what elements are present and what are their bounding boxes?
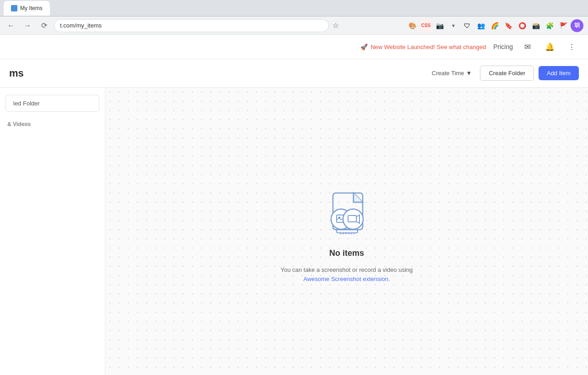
browser-tab[interactable]: My Items (4, 1, 50, 16)
add-item-button[interactable]: Add Item (539, 66, 579, 80)
profile-avatar[interactable]: 胡 (571, 19, 583, 32)
ext-colorful-icon[interactable]: 🎨 (406, 19, 419, 32)
announcement-link[interactable]: 🚀 New Website Launched! See what changed (360, 44, 486, 50)
sidebar-section-title: & Videos (0, 116, 105, 130)
tab-title: My Items (20, 5, 43, 11)
rocket-icon: 🚀 (360, 44, 368, 50)
ext-bookmark-icon[interactable]: 🔖 (502, 19, 515, 32)
ext-css-icon[interactable]: CSS (419, 19, 432, 32)
bookmark-star-icon[interactable]: ☆ (332, 21, 339, 30)
notifications-button[interactable]: 🔔 (542, 39, 557, 54)
messages-button[interactable]: ✉ (520, 39, 535, 54)
sidebar: led Folder & Videos (0, 88, 105, 375)
bell-icon: 🔔 (545, 42, 555, 52)
ext-rainbow-icon[interactable]: 🌈 (488, 19, 501, 32)
forward-button[interactable]: → (21, 19, 34, 32)
more-menu-button[interactable]: ⋮ (564, 39, 579, 54)
empty-state: No items You can take a screenshot or re… (281, 186, 413, 283)
sort-button[interactable]: Create Time ▼ (428, 68, 476, 78)
back-button[interactable]: ← (5, 19, 17, 32)
empty-desc-part1: You can take a screenshot or record a vi… (281, 266, 413, 273)
create-folder-button[interactable]: Create Folder (480, 66, 534, 81)
address-bar-row: ← → ⟳ t.com/my_items ☆ 🎨 CSS 📷 ▾ 🛡 👥 🌈 🔖… (0, 17, 588, 35)
ext-puzzle-icon[interactable]: 🧩 (543, 19, 556, 32)
main-layout: led Folder & Videos (0, 88, 588, 375)
more-icon: ⋮ (568, 42, 576, 52)
ext-flag-icon[interactable]: 🚩 (557, 19, 570, 32)
url-text: t.com/my_items (60, 22, 102, 29)
ext-circle-icon[interactable]: ⭕ (516, 19, 528, 32)
empty-state-title: No items (329, 248, 364, 258)
tab-favicon (11, 5, 17, 11)
sidebar-folder-item[interactable]: led Folder (5, 95, 99, 112)
ext-shield-icon[interactable]: 🛡 (461, 19, 474, 32)
empty-state-description: You can take a screenshot or record a vi… (281, 265, 413, 283)
ext-people-icon[interactable]: 👥 (474, 19, 487, 32)
svg-point-4 (343, 209, 363, 229)
announcement-bar: 🚀 New Website Launched! See what changed… (0, 35, 588, 59)
address-bar[interactable]: t.com/my_items (54, 19, 329, 32)
sort-label: Create Time (432, 70, 464, 77)
awesome-screenshot-link[interactable]: Awesome Screenshot extension. (303, 276, 390, 282)
header-actions: Create Time ▼ Create Folder Add Item (428, 66, 579, 81)
messages-icon: ✉ (524, 42, 531, 52)
extensions-area: 🎨 CSS 📷 ▾ 🛡 👥 🌈 🔖 ⭕ 📸 🧩 🚩 胡 (406, 19, 583, 32)
page-title: ms (9, 67, 24, 79)
browser-chrome: My Items (0, 0, 588, 17)
ext-photo-icon[interactable]: 📷 (433, 19, 446, 32)
announcement-text-label: New Website Launched! See what changed (370, 44, 486, 50)
ext-dropdown-icon[interactable]: ▾ (447, 19, 460, 32)
empty-state-illustration (319, 186, 374, 241)
pricing-link[interactable]: Pricing (493, 43, 513, 50)
content-area: No items You can take a screenshot or re… (105, 88, 588, 375)
reload-button[interactable]: ⟳ (38, 19, 50, 32)
ext-camera-icon[interactable]: 📸 (529, 19, 542, 32)
sort-chevron-icon: ▼ (466, 70, 472, 77)
content-header: ms Create Time ▼ Create Folder Add Item (0, 59, 588, 88)
